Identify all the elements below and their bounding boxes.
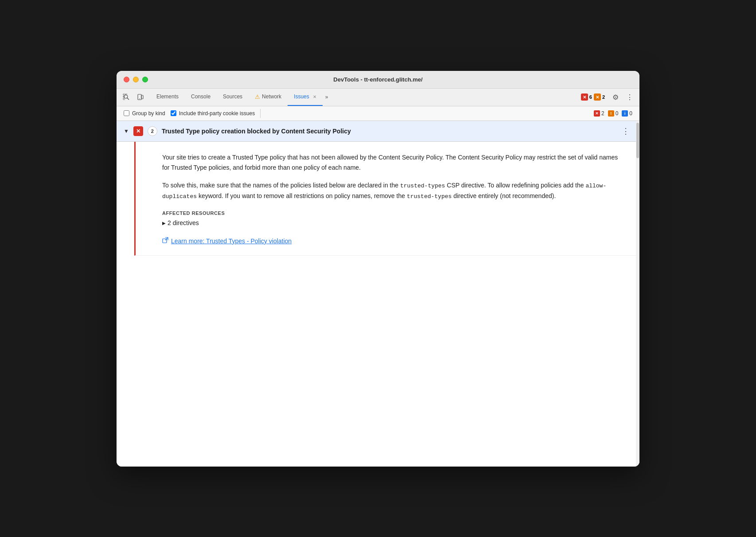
tab-network[interactable]: ⚠ Network: [249, 88, 288, 106]
issue-description: Your site tries to create a Trusted Type…: [162, 152, 622, 202]
issue-error-badge: ✕: [133, 126, 143, 136]
traffic-lights: [124, 77, 148, 82]
svg-rect-7: [141, 95, 143, 99]
content-wrapper: ▼ ✕ 2 Trusted Type policy creation block…: [117, 121, 639, 467]
scrollbar[interactable]: [636, 121, 639, 467]
code-trusted-types-2: trusted-types: [407, 193, 452, 200]
devtools-window: DevTools - tt-enforced.glitch.me/: [117, 71, 639, 467]
filter-error-icon: ✕: [594, 110, 600, 117]
learn-more-link[interactable]: Learn more: Trusted Types - Policy viola…: [171, 237, 292, 245]
device-icon[interactable]: [134, 91, 147, 103]
warning-badge-icon: ✕: [594, 93, 601, 101]
toolbar-icons: [120, 91, 147, 103]
tab-issues[interactable]: Issues ✕: [288, 88, 323, 106]
tab-console[interactable]: Console: [185, 88, 217, 106]
maximize-button[interactable]: [142, 77, 148, 82]
affected-resources: AFFECTED RESOURCES ▶ 2 directives: [162, 210, 622, 226]
badge-group: ✕ 6 ✕ 2 ⚙ ⋮: [581, 91, 636, 103]
include-third-party-checkbox[interactable]: [171, 110, 176, 116]
tab-more-button[interactable]: »: [323, 90, 331, 104]
filter-warning-icon: !: [608, 110, 614, 117]
window-title: DevTools - tt-enforced.glitch.me/: [333, 76, 422, 83]
warning-badge: ✕ 2: [594, 93, 605, 101]
issue-body: Your site tries to create a Trusted Type…: [134, 142, 639, 256]
issue-title: Trusted Type policy creation blocked by …: [162, 128, 615, 135]
title-bar: DevTools - tt-enforced.glitch.me/: [117, 71, 639, 89]
external-link-icon: [162, 237, 168, 245]
code-trusted-types-1: trusted-types: [400, 183, 445, 189]
directives-item[interactable]: ▶ 2 directives: [162, 219, 622, 226]
filter-error-badge: ✕ 2: [594, 110, 604, 117]
filter-bar: Group by kind Include third-party cookie…: [117, 106, 639, 121]
content: ▼ ✕ 2 Trusted Type policy creation block…: [117, 121, 639, 467]
filter-info-badge: i 0: [622, 110, 632, 117]
group-by-kind-checkbox[interactable]: [124, 110, 129, 116]
include-third-party-label[interactable]: Include third-party cookie issues: [171, 110, 255, 117]
more-button[interactable]: ⋮: [624, 91, 636, 103]
issue-more-button[interactable]: ⋮: [619, 125, 632, 137]
description-para2: To solve this, make sure that the names …: [162, 180, 622, 202]
dir-arrow-icon: ▶: [162, 221, 166, 226]
minimize-button[interactable]: [133, 77, 139, 82]
filter-separator: [260, 109, 261, 118]
group-by-kind-label[interactable]: Group by kind: [124, 110, 165, 117]
issue-header: ▼ ✕ 2 Trusted Type policy creation block…: [117, 121, 639, 142]
svg-point-8: [139, 98, 140, 99]
affected-label: AFFECTED RESOURCES: [162, 210, 622, 216]
code-allow-duplicates: allow-duplicates: [162, 183, 606, 200]
filter-warning-badge: ! 0: [608, 110, 619, 117]
toolbar: Elements Console Sources ⚠ Network Issue…: [117, 89, 639, 106]
svg-rect-0: [123, 94, 125, 95]
scrollbar-thumb: [636, 123, 639, 158]
filter-info-icon: i: [622, 110, 628, 117]
error-badge: ✕ 6: [581, 93, 592, 101]
settings-button[interactable]: ⚙: [609, 91, 622, 103]
tab-sources[interactable]: Sources: [217, 88, 249, 106]
close-button[interactable]: [124, 77, 129, 82]
tab-elements[interactable]: Elements: [150, 88, 185, 106]
learn-more: Learn more: Trusted Types - Policy viola…: [162, 237, 622, 245]
description-para1: Your site tries to create a Trusted Type…: [162, 152, 622, 174]
filter-badges: ✕ 2 ! 0 i 0: [594, 110, 632, 117]
expand-arrow[interactable]: ▼: [124, 128, 129, 134]
svg-rect-2: [123, 98, 125, 100]
inspect-icon[interactable]: [120, 91, 132, 103]
tab-close-icon[interactable]: ✕: [313, 94, 316, 99]
tabs: Elements Console Sources ⚠ Network Issue…: [150, 88, 636, 106]
warning-icon: ⚠: [255, 93, 260, 100]
error-badge-icon: ✕: [581, 93, 588, 101]
issue-count: 2: [148, 126, 157, 136]
